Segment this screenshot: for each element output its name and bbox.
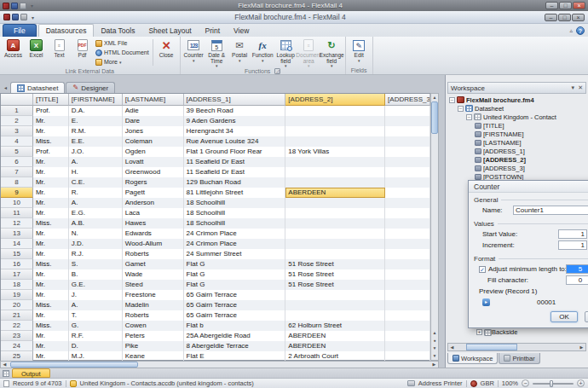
cell[interactable]: 8 Abergeldie Terrace: [184, 341, 286, 351]
minimum-length-input[interactable]: [566, 264, 588, 274]
zoom-slider-thumb[interactable]: [550, 380, 553, 387]
cell[interactable]: Mr.: [33, 208, 69, 218]
cell[interactable]: [385, 290, 430, 300]
cell[interactable]: Mr.: [33, 157, 69, 167]
cell[interactable]: Flat 1 Ground Floor Rear: [184, 147, 286, 157]
row-number[interactable]: 3: [1, 126, 33, 136]
row-number[interactable]: 20: [1, 300, 33, 310]
cell[interactable]: 18 York Villas: [285, 147, 385, 157]
minimize-ribbon-icon[interactable]: ▵: [569, 27, 573, 34]
row-number[interactable]: 8: [1, 177, 33, 188]
cell[interactable]: D.A.: [69, 106, 123, 116]
scroll-up-icon[interactable]: ▲: [431, 94, 438, 101]
cell[interactable]: [385, 198, 430, 208]
cell[interactable]: [285, 177, 385, 188]
functions-dialog-launcher-icon[interactable]: ◿: [274, 68, 280, 74]
cell[interactable]: [285, 116, 385, 126]
cell[interactable]: 24 Crimon Place: [184, 239, 286, 249]
cell[interactable]: Mr.: [33, 198, 69, 208]
cell[interactable]: A.B.: [69, 218, 123, 229]
cell[interactable]: D.: [69, 341, 123, 351]
cell[interactable]: 11 Seafield Dr East: [184, 167, 286, 177]
tab-output[interactable]: Output: [12, 368, 50, 378]
close-button[interactable]: ×: [573, 2, 585, 9]
cancel-button-partial[interactable]: [585, 311, 588, 322]
cell[interactable]: Mr.: [33, 188, 69, 198]
vertical-scroll-thumb[interactable]: [431, 101, 438, 134]
expander-icon[interactable]: –: [458, 106, 464, 112]
cell[interactable]: Mr.: [33, 249, 69, 259]
cell[interactable]: Peters: [123, 331, 184, 341]
cell[interactable]: Adie: [123, 106, 184, 116]
tree-item-address_3[interactable]: [ADDRESS_3]: [447, 164, 586, 172]
cell[interactable]: Ogden: [123, 147, 184, 157]
tree-item-firstname[interactable]: [FIRSTNAME]: [447, 130, 586, 138]
row-number[interactable]: 11: [1, 208, 33, 218]
cell[interactable]: Flat G: [184, 280, 286, 290]
cell[interactable]: [285, 239, 385, 249]
cell[interactable]: Rue Avenue Louise 324: [184, 136, 286, 147]
cell[interactable]: [385, 208, 430, 218]
cell[interactable]: Mr.: [33, 126, 69, 136]
cell[interactable]: R.F.: [69, 331, 123, 341]
cell[interactable]: 65 Gairn Terrace: [184, 290, 286, 300]
cell[interactable]: Madelin: [123, 300, 184, 310]
zoom-slider[interactable]: [533, 383, 574, 385]
cell[interactable]: Pike: [123, 341, 184, 351]
row-number[interactable]: 12: [1, 218, 33, 229]
cell[interactable]: Flat G: [184, 259, 286, 269]
cell[interactable]: R.J.: [69, 249, 123, 259]
edit-field-button[interactable]: ✎ Edit ▾: [348, 38, 371, 62]
cell[interactable]: [385, 259, 430, 269]
cell[interactable]: Mr.: [33, 229, 69, 239]
cell[interactable]: Anderson: [123, 198, 184, 208]
cell[interactable]: [285, 208, 385, 218]
cell[interactable]: [385, 136, 430, 147]
cell[interactable]: [385, 249, 430, 259]
row-number[interactable]: 7: [1, 167, 33, 177]
tree-item-lastname[interactable]: [LASTNAME]: [447, 138, 586, 147]
close-datasource-button[interactable]: ✕ Close: [155, 38, 178, 59]
select-all-corner[interactable]: [1, 94, 33, 106]
cell[interactable]: Miss.: [33, 321, 69, 331]
row-number[interactable]: 10: [1, 198, 33, 208]
printer-name[interactable]: Address Printer: [418, 379, 463, 387]
tab-printbar[interactable]: Printbar: [499, 353, 539, 364]
more-button[interactable]: More ▾: [95, 57, 149, 67]
cell[interactable]: [285, 290, 385, 300]
cell[interactable]: ABERDEEN: [285, 331, 385, 341]
expander-icon[interactable]: +: [476, 329, 482, 335]
qat-dropdown-icon[interactable]: ▾: [32, 14, 34, 20]
exchange-field-button[interactable]: ↻ Exchange field ▾: [320, 38, 343, 67]
lookup-field-button[interactable]: Lookup field ▾: [274, 38, 297, 67]
cell[interactable]: Roberts: [123, 249, 184, 259]
date-time-button[interactable]: 5 Date & Time ▾: [205, 38, 228, 67]
workspace-menu-icon[interactable]: ▾: [572, 84, 575, 91]
workspace-horizontal-scrollbar[interactable]: ◀ ▶: [447, 343, 586, 351]
column-header[interactable]: [ADDRESS_3]: [385, 94, 430, 106]
ok-button[interactable]: OK: [551, 311, 578, 322]
tab-datasheet[interactable]: Datasheet: [10, 82, 65, 93]
cell[interactable]: Miss.: [33, 259, 69, 269]
row-number[interactable]: 17: [1, 269, 33, 280]
function-button[interactable]: fx Function ▾: [251, 38, 274, 62]
cell[interactable]: Mr.: [33, 310, 69, 321]
cell[interactable]: 51 Rose Street: [285, 280, 385, 290]
vertical-scrollbar[interactable]: ▲ ▲ ● ▼ ▼: [430, 93, 439, 361]
flexmail-app-icon[interactable]: [3, 14, 10, 20]
tree-item-united-kingdom---contact[interactable]: –United Kingdom - Contact: [447, 113, 586, 121]
cell[interactable]: Greenwood: [123, 167, 184, 177]
workspace-scroll-thumb[interactable]: [466, 344, 517, 350]
cell[interactable]: 9 Aden Gardens: [184, 116, 286, 126]
tab-data-tools[interactable]: Data Tools: [94, 25, 141, 37]
cell[interactable]: Miss.: [33, 300, 69, 310]
cell[interactable]: Edwards: [123, 229, 184, 239]
cell[interactable]: J.D.: [69, 239, 123, 249]
cell[interactable]: Prof.: [33, 106, 69, 116]
tab-file[interactable]: File: [3, 24, 37, 37]
cell[interactable]: 24 Crimon Place: [184, 229, 286, 239]
tree-item-datasheet[interactable]: –Datasheet: [447, 104, 586, 113]
cell[interactable]: 51 Rose Street: [285, 269, 385, 280]
minimize-button[interactable]: –: [545, 2, 558, 9]
cell[interactable]: 18 Schoolhill: [184, 208, 286, 218]
